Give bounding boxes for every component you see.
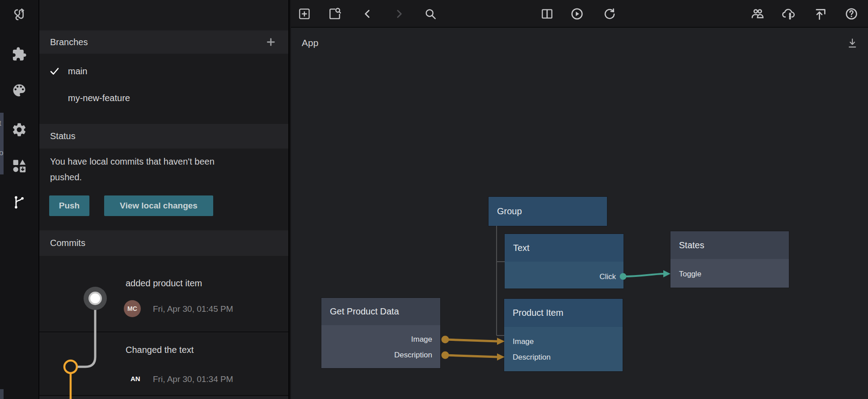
cloud-functions-icon[interactable] [781,6,796,21]
avatar: MC [124,300,141,317]
port-dot-image[interactable] [442,336,449,344]
refresh-icon[interactable] [602,6,617,21]
node-states[interactable]: States Toggle [670,231,789,288]
push-button[interactable]: Push [49,195,89,216]
add-branch-button[interactable] [266,37,276,47]
deploy-upload-icon[interactable] [813,6,828,21]
commit-divider [39,331,288,332]
commit-message: Changed the text [126,345,194,355]
status-title: Status [50,131,76,141]
status-section-header: Status [39,124,288,149]
connection-arrowhead [497,338,505,345]
commits-section-header: Commits [39,230,288,256]
view-local-changes-button[interactable]: View local changes [104,195,213,216]
connection-arrowhead [497,353,505,361]
branch-item-my-new-feature[interactable]: my-new-feature [39,88,288,108]
version-control-icon[interactable] [10,193,28,211]
branch-item-main[interactable]: main [39,61,288,81]
commit-message: added product item [126,278,202,289]
back-icon[interactable] [360,6,375,21]
commits-title: Commits [50,238,85,248]
commit-date: Fri, Apr 30, 01:45 PM [153,304,233,314]
commit-date: Fri, Apr 30, 01:34 PM [153,374,233,384]
canvas-toolbar [291,0,868,28]
port-dot-description[interactable] [442,352,449,359]
clipped-panel-fragment: to [0,113,4,174]
next-commit-row-edge [39,396,288,399]
styles-palette-icon[interactable] [10,81,28,99]
plugins-puzzle-icon[interactable] [10,45,28,63]
branch-name: my-new-feature [68,93,130,103]
split-view-icon[interactable] [539,6,555,21]
check-icon [48,66,61,76]
help-icon[interactable] [844,6,859,21]
noodl-logo-icon[interactable] [10,6,28,24]
node-canvas[interactable]: App Group Text Click States Toggle Get P… [291,0,868,399]
forward-icon[interactable] [392,6,407,21]
clipped-panel-fragment [0,389,4,399]
commit-row[interactable] [39,332,288,395]
node-get-product-data[interactable]: Get Product Data Image Description [321,298,440,368]
input-port-image[interactable]: Image [513,336,534,347]
settings-gear-icon[interactable] [10,121,28,139]
commit-author-initials: AN [131,375,140,382]
input-port-description[interactable]: Description [513,352,551,363]
connection-description[interactable] [445,355,497,357]
noodl-editor-window: to [0,0,868,399]
add-node-icon[interactable] [297,6,312,21]
breadcrumb[interactable]: App [302,38,318,48]
node-title: Group [497,206,522,216]
output-port-description[interactable]: Description [330,350,432,361]
status-message: You have local commits that haven't been… [50,154,233,185]
preview-play-icon[interactable] [569,6,585,21]
commit-row[interactable] [39,256,288,331]
node-title: Text [513,243,530,253]
version-control-panel: Branches main my-new-feature Status You … [39,0,290,399]
commit-divider [39,395,288,396]
connection-click-toggle[interactable] [623,274,664,276]
connection-arrowhead [663,270,670,277]
connection-image[interactable] [445,340,497,341]
node-product-item[interactable]: Product Item Image Description [504,299,623,371]
node-title: Get Product Data [330,306,399,317]
node-title: States [679,240,704,250]
component-search-icon[interactable] [327,6,342,21]
node-title: Product Item [513,308,563,318]
output-port-click[interactable]: Click [514,272,616,282]
branches-title: Branches [50,37,88,47]
components-icon[interactable] [10,157,28,175]
node-group[interactable]: Group [489,197,607,226]
input-port-toggle[interactable]: Toggle [679,269,701,280]
collaborators-icon[interactable] [750,6,765,21]
node-text[interactable]: Text Click [505,234,624,289]
output-port-image[interactable]: Image [330,334,432,345]
search-icon[interactable] [423,6,438,21]
import-download-icon[interactable] [847,38,859,50]
branch-name: main [68,66,87,76]
activity-sidebar [4,0,39,399]
branches-section-header: Branches [39,30,288,54]
